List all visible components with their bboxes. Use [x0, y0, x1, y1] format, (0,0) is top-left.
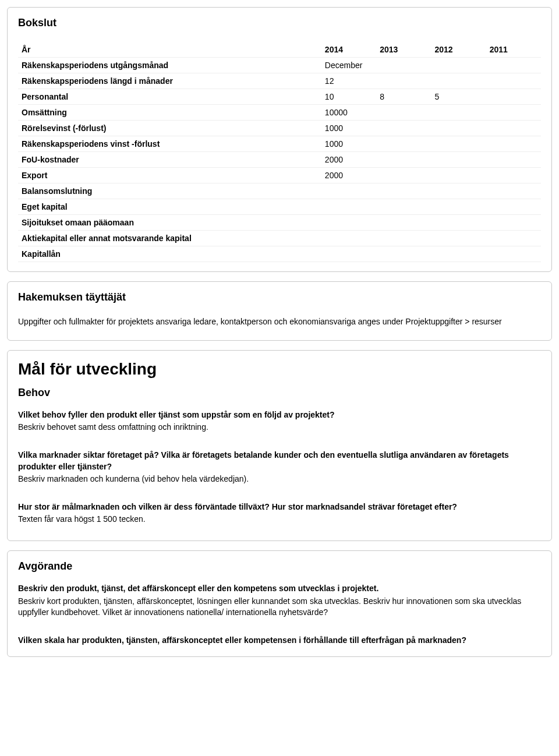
mal-q3: Hur stor är målmarknaden och vilken är d…: [18, 501, 541, 525]
cell-value: [431, 168, 486, 183]
mal-q1-bold: Vilket behov fyller den produkt eller tj…: [18, 409, 541, 421]
cell-value: 10000: [321, 105, 376, 121]
cell-value: 1000: [321, 121, 376, 136]
cell-value: [321, 231, 376, 246]
cell-value: [321, 215, 376, 231]
table-row: Export2000: [18, 168, 541, 183]
cell-value: [486, 58, 541, 73]
cell-value: [486, 183, 541, 199]
row-label: Kapitallån: [18, 246, 321, 262]
cell-value: [486, 168, 541, 183]
table-row: Räkenskapsperiodens längd i månader12: [18, 73, 541, 89]
mal-sub-title: Behov: [18, 387, 541, 399]
table-row: Personantal1085: [18, 89, 541, 105]
row-label: Räkenskapsperiodens utgångsmånad: [18, 58, 321, 73]
table-row: Omsättning10000: [18, 105, 541, 121]
avgorande-q2: Vilken skala har produkten, tjänsten, af…: [18, 635, 541, 647]
cell-value: [486, 73, 541, 89]
cell-value: [376, 152, 431, 168]
row-label: Räkenskapsperiodens vinst -förlust: [18, 136, 321, 152]
cell-value: [431, 199, 486, 215]
avgorande-q1: Beskriv den produkt, tjänst, det affärsk…: [18, 583, 541, 619]
row-label: Omsättning: [18, 105, 321, 121]
table-row: Balansomslutning: [18, 183, 541, 199]
cell-value: [486, 199, 541, 215]
mal-q1-desc: Beskriv behovet samt dess omfattning och…: [18, 422, 541, 433]
cell-value: 12: [321, 73, 376, 89]
row-label: Rörelsevinst (-förlust): [18, 121, 321, 136]
row-label: Aktiekapital eller annat motsvarande kap…: [18, 231, 321, 246]
cell-value: [376, 231, 431, 246]
mal-q2-desc: Beskriv marknaden och kunderna (vid beho…: [18, 474, 541, 485]
cell-value: [431, 246, 486, 262]
cell-value: [431, 121, 486, 136]
cell-value: [486, 89, 541, 105]
col-2012: 2012: [431, 42, 486, 58]
cell-value: [486, 231, 541, 246]
cell-value: [376, 136, 431, 152]
table-row: Räkenskapsperiodens vinst -förlust1000: [18, 136, 541, 152]
table-row: Eget kapital: [18, 199, 541, 215]
mal-q2-bold: Vilka marknader siktar företaget på? Vil…: [18, 450, 541, 472]
mal-q3-bold: Hur stor är målmarknaden och vilken är d…: [18, 501, 541, 513]
cell-value: [376, 168, 431, 183]
bokslut-table: År 2014 2013 2012 2011 Räkenskapsperiode…: [18, 42, 541, 262]
col-2013: 2013: [376, 42, 431, 58]
avgorande-q1-bold: Beskriv den produkt, tjänst, det affärsk…: [18, 583, 541, 595]
cell-value: [431, 136, 486, 152]
cell-value: 5: [431, 89, 486, 105]
cell-value: [486, 121, 541, 136]
hakemuksen-title: Hakemuksen täyttäjät: [18, 291, 541, 303]
bokslut-header-row: År 2014 2013 2012 2011: [18, 42, 541, 58]
avgorande-title: Avgörande: [18, 560, 541, 573]
col-year-label: År: [18, 42, 321, 58]
col-2011: 2011: [486, 42, 541, 58]
mal-panel: Mål för utveckling Behov Vilket behov fy…: [7, 350, 552, 541]
cell-value: [376, 183, 431, 199]
row-label: Räkenskapsperiodens längd i månader: [18, 73, 321, 89]
cell-value: [431, 152, 486, 168]
cell-value: [486, 136, 541, 152]
table-row: FoU-kostnader2000: [18, 152, 541, 168]
mal-q1: Vilket behov fyller den produkt eller tj…: [18, 409, 541, 433]
cell-value: [431, 183, 486, 199]
cell-value: 2000: [321, 168, 376, 183]
mal-q2: Vilka marknader siktar företaget på? Vil…: [18, 450, 541, 485]
cell-value: [431, 73, 486, 89]
row-label: Eget kapital: [18, 199, 321, 215]
table-row: Räkenskapsperiodens utgångsmånadDecember: [18, 58, 541, 73]
mal-big-title: Mål för utveckling: [18, 360, 541, 379]
cell-value: [431, 231, 486, 246]
table-row: Sijoitukset omaan pääomaan: [18, 215, 541, 231]
row-label: Balansomslutning: [18, 183, 321, 199]
col-2014: 2014: [321, 42, 376, 58]
cell-value: [431, 215, 486, 231]
cell-value: [321, 246, 376, 262]
cell-value: [321, 183, 376, 199]
cell-value: [431, 105, 486, 121]
hakemuksen-text: Uppgifter och fullmakter för projektets …: [18, 316, 541, 327]
bokslut-title: Bokslut: [18, 17, 541, 29]
cell-value: 10: [321, 89, 376, 105]
cell-value: [376, 121, 431, 136]
cell-value: [376, 73, 431, 89]
bokslut-panel: Bokslut År 2014 2013 2012 2011 Räkenskap…: [7, 7, 552, 272]
cell-value: 8: [376, 89, 431, 105]
avgorande-q2-bold: Vilken skala har produkten, tjänsten, af…: [18, 635, 541, 647]
cell-value: [486, 215, 541, 231]
cell-value: [486, 105, 541, 121]
cell-value: [486, 246, 541, 262]
avgorande-q1-desc: Beskriv kort produkten, tjänsten, affärs…: [18, 596, 541, 619]
row-label: Personantal: [18, 89, 321, 105]
cell-value: December: [321, 58, 376, 73]
row-label: Sijoitukset omaan pääomaan: [18, 215, 321, 231]
cell-value: [431, 58, 486, 73]
table-row: Rörelsevinst (-förlust)1000: [18, 121, 541, 136]
table-row: Kapitallån: [18, 246, 541, 262]
hakemuksen-panel: Hakemuksen täyttäjät Uppgifter och fullm…: [7, 281, 552, 341]
row-label: FoU-kostnader: [18, 152, 321, 168]
cell-value: [486, 152, 541, 168]
avgorande-panel: Avgörande Beskriv den produkt, tjänst, d…: [7, 550, 552, 657]
table-row: Aktiekapital eller annat motsvarande kap…: [18, 231, 541, 246]
cell-value: [376, 105, 431, 121]
